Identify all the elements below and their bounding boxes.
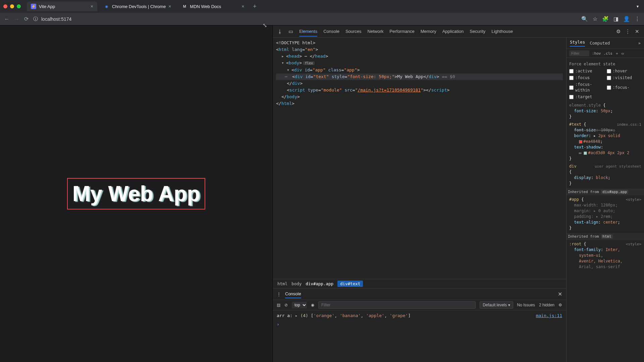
force-state-title: Force element state xyxy=(569,61,641,67)
tab-security[interactable]: Security xyxy=(470,29,485,34)
console-context-select[interactable]: top xyxy=(292,302,307,308)
inherited-from-html: Inherited from html xyxy=(567,233,644,240)
tab-title: Chrome DevTools | Chrome xyxy=(112,4,166,9)
tab-console[interactable]: Console xyxy=(323,29,339,34)
browser-tabstrip: ⚡ Vite App × ◉ Chrome DevTools | Chrome … xyxy=(0,0,644,13)
live-expression-icon[interactable]: ◉ xyxy=(311,303,314,307)
forward-button[interactable]: → xyxy=(14,16,19,22)
crumb-app[interactable]: div#app.app xyxy=(306,281,333,286)
console-prompt[interactable]: › xyxy=(277,321,562,328)
browser-tab-devtools[interactable]: ◉ Chrome DevTools | Chrome × xyxy=(100,1,175,11)
tab-application[interactable]: Application xyxy=(442,29,464,34)
tab-search-icon[interactable]: ▾ xyxy=(637,4,639,9)
computed-tab[interactable]: Computed xyxy=(590,41,610,46)
more-tabs-icon[interactable]: » xyxy=(638,41,641,46)
extensions-icon[interactable]: 🧩 xyxy=(602,16,609,22)
zoom-icon[interactable]: 🔍 xyxy=(581,16,588,22)
browser-toolbar: ← → ⟳ ⓘ localhost:5174 🔍 ☆ 🧩 ◨ 👤 ⋮ xyxy=(0,13,644,25)
close-tab-icon[interactable]: × xyxy=(168,4,171,9)
chk-active[interactable]: :active xyxy=(569,68,604,74)
chrome-favicon: ◉ xyxy=(104,4,109,9)
new-rule-icon[interactable]: ＋ xyxy=(615,51,619,56)
crumb-text[interactable]: div#text xyxy=(337,281,363,287)
address-bar[interactable]: ⓘ localhost:5174 xyxy=(33,16,71,22)
color-swatch-icon[interactable] xyxy=(584,152,587,155)
console-sidebar-icon[interactable]: ▤ xyxy=(277,303,280,307)
tab-elements[interactable]: Elements xyxy=(299,29,317,37)
tab-lighthouse[interactable]: Lighthouse xyxy=(491,29,513,34)
drawer-tab-console[interactable]: Console xyxy=(285,290,301,298)
console-log-area[interactable]: main.js:11 arr a: ▸ (4) ['orange', 'bana… xyxy=(273,310,566,362)
vite-favicon: ⚡ xyxy=(31,4,36,9)
tab-title: MDN Web Docs xyxy=(190,4,221,9)
tab-title: Vite App xyxy=(39,4,55,9)
chk-hover[interactable]: :hover xyxy=(607,68,642,74)
log-levels-select[interactable]: Default levels ▾ xyxy=(480,301,513,309)
dom-breadcrumbs: html body div#app.app div#text xyxy=(273,279,566,288)
styles-tab[interactable]: Styles xyxy=(570,40,585,47)
devtools-tabbar: ⭳ ▭ Elements Console Sources Network Per… xyxy=(273,25,644,38)
console-log-line: main.js:11 arr a: ▸ (4) ['orange', 'bana… xyxy=(277,312,562,319)
device-toolbar-icon[interactable]: ▭ xyxy=(288,28,293,35)
tab-sources[interactable]: Sources xyxy=(345,29,362,34)
chk-focus-within[interactable]: :focus-within xyxy=(569,82,604,93)
back-button[interactable]: ← xyxy=(4,16,9,22)
side-panel-icon[interactable]: ◨ xyxy=(613,16,619,22)
clear-console-icon[interactable]: ⊘ xyxy=(284,303,288,307)
flex-badge[interactable]: flex xyxy=(303,61,315,65)
close-tab-icon[interactable]: × xyxy=(241,4,244,9)
maximize-window-icon[interactable] xyxy=(17,4,21,8)
dom-selected-node[interactable]: ⋯<div id="text" style="font-size: 50px;"… xyxy=(276,73,563,80)
drawer-menu-icon[interactable]: ⋮ xyxy=(277,292,281,297)
resize-cursor-icon: ⤡ xyxy=(263,22,267,28)
crumb-html[interactable]: html xyxy=(277,281,287,286)
chk-focus-vis[interactable]: :focus- xyxy=(607,82,642,93)
app-text-box: My Web App xyxy=(67,178,205,209)
tab-memory[interactable]: Memory xyxy=(421,29,436,34)
chk-target[interactable]: :target xyxy=(569,94,604,100)
rule-app[interactable]: <style> #app { max-width: 1280px; margin… xyxy=(569,197,641,231)
dom-tree[interactable]: <!DOCTYPE html> <html lang="en"> ▸<head>… xyxy=(273,38,566,279)
hov-toggle[interactable]: :hov xyxy=(592,51,601,56)
crumb-body[interactable]: body xyxy=(291,281,302,286)
styles-more-icon[interactable]: ▭ xyxy=(622,51,624,56)
console-settings-icon[interactable]: ⚙ xyxy=(558,303,562,307)
console-filter-input[interactable] xyxy=(318,301,476,309)
tab-performance[interactable]: Performance xyxy=(389,29,414,34)
dom-node-actions-icon[interactable]: ⋯ xyxy=(285,73,287,80)
devtools-menu-icon[interactable]: ⋮ xyxy=(625,28,630,35)
bookmark-icon[interactable]: ☆ xyxy=(593,16,597,22)
rule-root[interactable]: <style> :root { font-family: Inter, syst… xyxy=(569,241,641,270)
color-swatch-icon[interactable] xyxy=(579,140,582,143)
devtools-close-icon[interactable]: ✕ xyxy=(635,28,639,35)
drawer-close-icon[interactable]: ✕ xyxy=(558,291,562,297)
hidden-count[interactable]: 2 hidden xyxy=(539,303,554,307)
close-window-icon[interactable] xyxy=(3,4,7,8)
issues-status[interactable]: No Issues xyxy=(517,303,535,307)
inspect-element-icon[interactable]: ⭳ xyxy=(277,28,282,34)
profile-icon[interactable]: 👤 xyxy=(623,16,630,22)
browser-tab-vite[interactable]: ⚡ Vite App × xyxy=(27,1,97,11)
rule-element-style[interactable]: element.style { font-size: 50px;} xyxy=(569,103,641,120)
tab-network[interactable]: Network xyxy=(368,29,384,34)
site-info-icon[interactable]: ⓘ xyxy=(33,16,38,22)
pseudo-checkboxes: :active :hover :focus :visited :focus-wi… xyxy=(569,68,641,100)
browser-tab-mdn[interactable]: M MDN Web Docs × xyxy=(178,1,248,11)
close-tab-icon[interactable]: × xyxy=(91,4,93,9)
log-source-link[interactable]: main.js:11 xyxy=(536,313,562,318)
window-traffic-lights xyxy=(3,4,21,8)
dom-doctype: <!DOCTYPE html> xyxy=(276,40,315,45)
cls-toggle[interactable]: .cls xyxy=(604,51,613,56)
styles-panel: Styles Computed » :hov .cls ＋ ▭ Force el… xyxy=(566,38,644,362)
new-tab-button[interactable]: + xyxy=(251,3,259,10)
minimize-window-icon[interactable] xyxy=(10,4,14,8)
rule-text[interactable]: index.css:1 #text { font-size: 100px; bo… xyxy=(569,122,641,162)
chk-visited[interactable]: :visited xyxy=(607,75,642,81)
devtools-settings-icon[interactable]: ⚙ xyxy=(616,28,621,35)
reload-button[interactable]: ⟳ xyxy=(24,16,29,22)
url-text: localhost:5174 xyxy=(41,16,71,22)
chk-focus[interactable]: :focus xyxy=(569,75,604,81)
rule-div-ua[interactable]: user agent stylesheet div{ display: bloc… xyxy=(569,164,641,186)
styles-filter-input[interactable] xyxy=(569,50,589,56)
menu-icon[interactable]: ⋮ xyxy=(635,16,640,22)
